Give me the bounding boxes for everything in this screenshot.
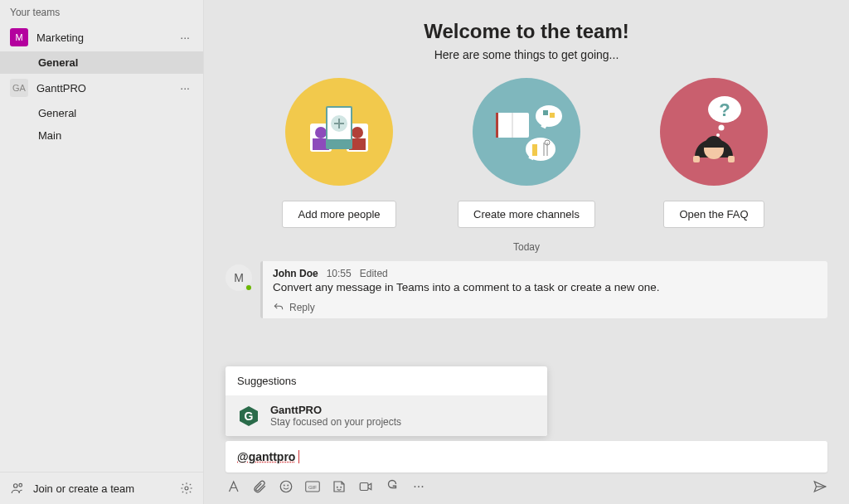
sidebar-footer[interactable]: Join or create a team bbox=[0, 472, 203, 504]
card-add-people: Add more people bbox=[264, 78, 414, 228]
create-channels-button[interactable]: Create more channels bbox=[458, 201, 595, 228]
channel-general-2[interactable]: General bbox=[0, 102, 203, 124]
svg-point-23 bbox=[716, 133, 720, 137]
svg-point-0 bbox=[14, 484, 18, 488]
svg-rect-26 bbox=[693, 156, 700, 162]
send-icon[interactable] bbox=[813, 479, 827, 494]
suggestions-header: Suggestions bbox=[226, 366, 547, 395]
sticker-icon[interactable] bbox=[332, 479, 347, 494]
team-avatar: M bbox=[10, 28, 28, 46]
join-team-label: Join or create a team bbox=[33, 482, 180, 495]
svg-point-35 bbox=[337, 487, 337, 487]
team-name: GanttPRO bbox=[36, 82, 168, 94]
svg-text:?: ? bbox=[719, 99, 730, 120]
mention-suggestions: Suggestions G GanttPRO Stay focused on y… bbox=[226, 366, 547, 436]
attachment-icon[interactable] bbox=[252, 479, 267, 494]
svg-point-32 bbox=[288, 485, 289, 486]
presence-indicator bbox=[245, 284, 253, 292]
add-people-button[interactable]: Add more people bbox=[282, 201, 395, 228]
channel-general[interactable]: General bbox=[0, 51, 203, 74]
sidebar-team-ganttpro[interactable]: GA GanttPRO ··· bbox=[0, 74, 203, 102]
svg-point-30 bbox=[280, 481, 292, 492]
svg-rect-37 bbox=[360, 483, 368, 491]
card-illustration-faq: ? bbox=[660, 78, 768, 186]
emoji-icon[interactable] bbox=[279, 479, 294, 494]
reply-button[interactable]: Reply bbox=[273, 302, 817, 313]
svg-point-31 bbox=[284, 485, 284, 486]
join-team-icon bbox=[10, 481, 25, 496]
sidebar: Your teams M Marketing ··· General GA Ga… bbox=[0, 0, 204, 504]
welcome-cards: Add more people bbox=[204, 78, 849, 228]
gif-icon[interactable]: GIF bbox=[305, 479, 320, 494]
message-body[interactable]: John Doe 10:55 Edited Convert any messag… bbox=[260, 261, 827, 318]
more-icon[interactable]: ··· bbox=[411, 479, 426, 494]
svg-point-36 bbox=[341, 487, 342, 487]
gear-icon[interactable] bbox=[180, 482, 193, 495]
svg-point-4 bbox=[315, 127, 327, 138]
message-edited-label: Edited bbox=[360, 268, 388, 279]
compose-area: Suggestions G GanttPRO Stay focused on y… bbox=[204, 366, 849, 504]
svg-point-22 bbox=[719, 125, 725, 131]
suggestion-title: GanttPRO bbox=[270, 404, 401, 416]
message-row: M John Doe 10:55 Edited Convert any mess… bbox=[226, 261, 827, 318]
svg-point-7 bbox=[352, 127, 363, 138]
svg-point-2 bbox=[185, 487, 188, 490]
channel-main[interactable]: Main bbox=[0, 124, 203, 147]
card-faq: ? Open the FAQ bbox=[639, 78, 788, 228]
svg-rect-13 bbox=[496, 113, 498, 138]
schedule-meeting-icon[interactable] bbox=[358, 479, 373, 494]
compose-toolbar: GIF ··· bbox=[226, 479, 827, 494]
format-icon[interactable] bbox=[226, 479, 240, 494]
main-area: Welcome to the team! Here are some thing… bbox=[204, 0, 849, 504]
message-text: Convert any message in Teams into a comm… bbox=[273, 281, 817, 293]
card-illustration-channels bbox=[473, 78, 580, 186]
reply-icon bbox=[273, 302, 284, 313]
date-separator: Today bbox=[204, 241, 849, 253]
svg-point-15 bbox=[536, 105, 562, 127]
more-options-icon[interactable]: ··· bbox=[177, 81, 193, 94]
ganttpro-extension-icon[interactable] bbox=[385, 479, 400, 494]
compose-input[interactable]: @ganttpro bbox=[226, 441, 827, 472]
open-faq-button[interactable]: Open the FAQ bbox=[663, 201, 764, 228]
sidebar-team-marketing[interactable]: M Marketing ··· bbox=[0, 23, 203, 51]
more-options-icon[interactable]: ··· bbox=[177, 31, 193, 44]
compose-text: @ganttpro bbox=[237, 450, 295, 463]
team-avatar: GA bbox=[10, 79, 28, 97]
team-name: Marketing bbox=[36, 32, 168, 44]
welcome-title: Welcome to the team! bbox=[204, 20, 849, 43]
svg-rect-17 bbox=[550, 113, 555, 118]
card-illustration-people bbox=[285, 78, 393, 186]
suggestion-ganttpro[interactable]: G GanttPRO Stay focused on your projects bbox=[226, 395, 547, 436]
svg-rect-27 bbox=[728, 156, 735, 162]
welcome-block: Welcome to the team! Here are some thing… bbox=[204, 0, 849, 61]
message-author: John Doe bbox=[273, 268, 318, 279]
suggestion-subtitle: Stay focused on your projects bbox=[270, 416, 401, 428]
message-time: 10:55 bbox=[327, 268, 352, 279]
welcome-subtitle: Here are some things to get going... bbox=[204, 48, 849, 61]
sidebar-header: Your teams bbox=[0, 0, 203, 23]
ganttpro-app-icon: G bbox=[237, 405, 260, 428]
svg-text:GIF: GIF bbox=[308, 485, 317, 490]
svg-point-1 bbox=[19, 483, 22, 487]
card-channels: Create more channels bbox=[452, 78, 601, 228]
message-avatar: M bbox=[226, 264, 252, 291]
svg-rect-19 bbox=[532, 144, 537, 156]
svg-rect-16 bbox=[543, 110, 548, 115]
svg-text:G: G bbox=[245, 410, 254, 423]
